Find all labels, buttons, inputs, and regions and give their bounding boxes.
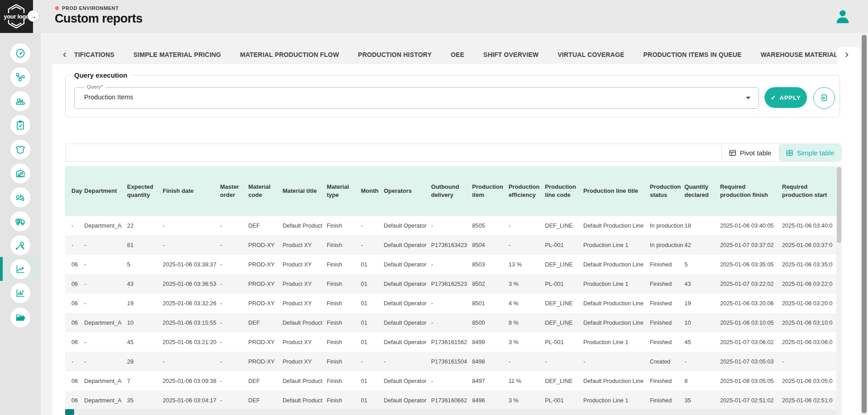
table-cell: - — [684, 352, 720, 371]
sidebar-item-reports[interactable] — [0, 257, 41, 281]
sidebar-expand-button[interactable]: → — [28, 10, 39, 22]
column-header[interactable]: Month — [361, 166, 383, 216]
apply-button[interactable]: ✓ APPLY — [764, 87, 807, 108]
column-header[interactable]: Outbound delivery — [431, 166, 472, 216]
table-cell: 4 % — [509, 294, 545, 313]
table-horizontal-scrollbar-thumb[interactable] — [65, 409, 74, 415]
table-cell: Default Production Line — [583, 313, 650, 332]
table-cell: Finish — [327, 313, 361, 332]
table-vertical-scrollbar[interactable] — [836, 166, 842, 415]
table-cell: Default Operator — [384, 332, 431, 352]
column-header[interactable]: Expected quantity — [127, 166, 163, 216]
page-scrollbar[interactable] — [860, 33, 868, 415]
table-cell: Product XY — [283, 274, 327, 294]
table-cell: 8503 — [472, 255, 509, 274]
table-cell: PROD-XY — [248, 255, 283, 274]
column-header[interactable]: Production line code — [545, 166, 584, 216]
tabs-scroll-right-button[interactable]: › — [841, 49, 853, 61]
sidebar-item-forklift[interactable] — [0, 185, 41, 209]
table-cell: Production Line 1 — [583, 332, 650, 352]
table-cell: - — [163, 352, 220, 371]
column-header[interactable]: Day — [65, 166, 84, 216]
table-cell: - — [84, 294, 127, 313]
table-cell: Default Operator — [384, 274, 431, 294]
table-cell: Finished — [650, 371, 684, 391]
tab-production-history[interactable]: PRODUCTION HISTORY — [349, 45, 441, 64]
column-header[interactable]: Production line title — [583, 166, 650, 216]
column-header[interactable]: Finish date — [163, 166, 220, 216]
column-header[interactable]: Production status — [650, 166, 684, 216]
column-header[interactable]: Department — [84, 166, 127, 216]
table-cell: Department_A — [84, 391, 127, 410]
column-header[interactable]: Material code — [248, 166, 283, 216]
column-header[interactable]: Production efficiency — [509, 166, 545, 216]
simple-table-button[interactable]: Simple table — [778, 144, 841, 161]
sidebar-item-maintenance[interactable] — [0, 233, 41, 257]
tab-production-items-in-queue[interactable]: PRODUCTION ITEMS IN QUEUE — [634, 45, 751, 64]
column-header[interactable]: Required production start — [782, 166, 836, 216]
column-header[interactable]: Master order — [220, 166, 249, 216]
column-header[interactable]: Material type — [327, 166, 361, 216]
column-header[interactable]: Production item — [472, 166, 509, 216]
column-header[interactable]: Quantity declared — [684, 166, 720, 216]
sidebar-item-tasks[interactable] — [0, 113, 41, 137]
query-select[interactable]: Query* Production Items — [74, 87, 759, 109]
tab-notifications[interactable]: TIFICATIONS — [68, 45, 124, 64]
table-cell: 2025-01-06 03:35:05 — [720, 255, 782, 274]
column-header[interactable]: Material title — [283, 166, 327, 216]
table-vertical-scrollbar-thumb[interactable] — [837, 167, 841, 243]
table-cell: 2025-01-07 03:06:02 — [720, 332, 782, 352]
sidebar-item-analytics[interactable] — [0, 281, 41, 305]
sidebar-item-files[interactable] — [0, 305, 41, 329]
table-cell: 2025-01-06 03:40:0 — [782, 216, 836, 235]
line-chart-icon — [10, 259, 30, 279]
tab-simple-material-pricing[interactable]: SIMPLE MATERIAL PRICING — [124, 45, 231, 64]
table-cell: Finish — [327, 294, 361, 313]
sidebar-item-dashboard[interactable] — [0, 41, 41, 65]
table-cell: - — [431, 255, 472, 274]
table-cell: Production Line 1 — [583, 274, 650, 294]
table-cell: Default Operator — [384, 371, 431, 391]
table-cell: 2025-01-06 03:32:26 — [163, 294, 220, 313]
table-cell: - — [163, 216, 220, 235]
table-cell: 19 — [127, 294, 163, 313]
table-cell: Finish — [327, 391, 361, 410]
table-cell: PL-001 — [545, 332, 584, 352]
user-avatar[interactable] — [834, 8, 851, 26]
logo-text: your logo — [3, 13, 30, 20]
table-cell: - — [84, 255, 127, 274]
table-cell: - — [545, 352, 584, 371]
tab-shift-overview[interactable]: SHIFT OVERVIEW — [474, 45, 548, 64]
table-cell: 2025-01-06 03:38:37 — [163, 255, 220, 274]
sidebar-item-production[interactable] — [0, 89, 41, 113]
table-cell: PROD-XY — [248, 235, 283, 255]
table-cell: - — [509, 216, 545, 235]
table-cell: - — [163, 235, 220, 255]
table-cell: Production Line 1 — [583, 235, 650, 255]
table-cell: 10 — [127, 313, 163, 332]
sidebar-item-flows[interactable] — [0, 65, 41, 89]
folder-icon — [10, 308, 30, 327]
tab-warehouse-materials[interactable]: WAREHOUSE MATERIALS — [751, 45, 836, 64]
table-cell: 01 — [361, 371, 383, 391]
sidebar-item-deliveries[interactable] — [0, 209, 41, 233]
table-cell: - — [220, 371, 249, 391]
table-row: 06-452025-01-06 03:21:20-PROD-XYProduct … — [65, 332, 836, 352]
tab-oee[interactable]: OEE — [441, 45, 474, 64]
export-button[interactable] — [813, 87, 835, 109]
pivot-table-button[interactable]: Pivot table — [721, 144, 778, 161]
table-cell: 11 % — [509, 371, 545, 391]
table-cell: - — [220, 391, 249, 410]
table-cell: - — [65, 216, 84, 235]
table-cell: PROD-XY — [248, 332, 283, 352]
column-header[interactable]: Required production finish — [720, 166, 782, 216]
table-cell: DEF_LINE — [545, 216, 584, 235]
sidebar-item-warehouse[interactable] — [0, 161, 41, 185]
table-cell: 28 — [127, 352, 163, 371]
tab-material-production-flow[interactable]: MATERIAL PRODUCTION FLOW — [231, 45, 349, 64]
column-header[interactable]: Operators — [384, 166, 431, 216]
tab-virtual-coverage[interactable]: VIRTUAL COVERAGE — [548, 45, 634, 64]
sidebar-item-packaging[interactable] — [0, 137, 41, 161]
table-horizontal-scrollbar[interactable] — [65, 409, 836, 415]
page-scrollbar-thumb[interactable] — [862, 35, 867, 413]
